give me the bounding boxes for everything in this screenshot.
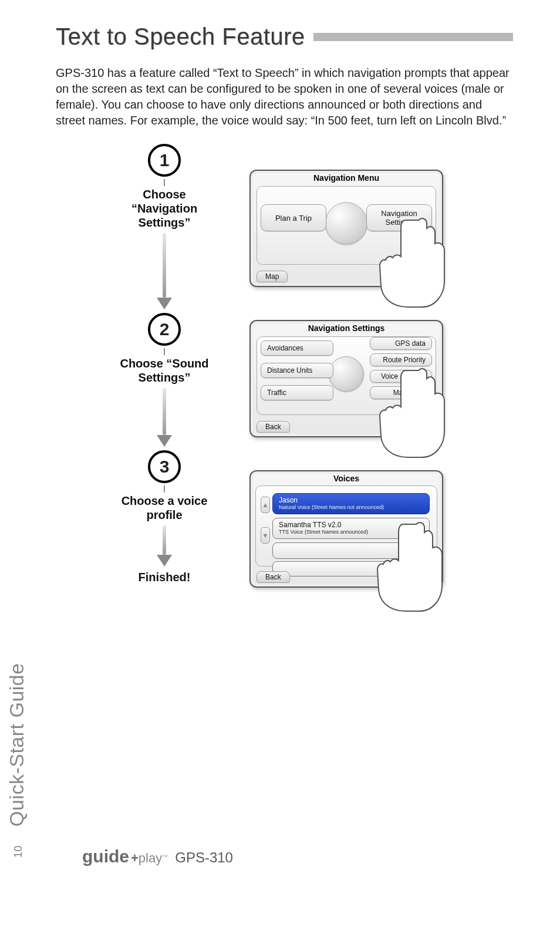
plan-a-trip-button[interactable]: Plan a Trip	[261, 204, 326, 231]
map-icons-button[interactable]: Map Icons	[370, 386, 432, 399]
brand-guide: guide	[82, 847, 129, 866]
intro-paragraph: GPS-310 has a feature called “Text to Sp…	[56, 65, 513, 129]
voice-name: Samantha TTS v2.0	[279, 521, 423, 529]
voice-empty-row[interactable]	[272, 542, 430, 559]
voice-subtitle: TTS Voice (Street Names announced)	[279, 530, 423, 535]
arrow-down-icon	[157, 388, 172, 447]
finished-label: Finished!	[139, 570, 191, 584]
step-2-label: Choose “Sound Settings”	[109, 356, 220, 385]
arrow-down-icon	[157, 233, 172, 309]
step-tick	[164, 179, 165, 186]
step-3-label: Choose a voice profile	[109, 494, 220, 522]
page-number: 10	[12, 845, 25, 858]
screen1-header: Navigation Menu	[251, 171, 442, 184]
device-screen-3: Voices ▲ ▼ Jason Natural Voice (Street N…	[249, 470, 443, 588]
avoidances-button[interactable]: Avoidances	[261, 340, 333, 356]
route-priority-button[interactable]: Route Priority	[370, 353, 432, 366]
device-screen-1: Navigation Menu Plan a Trip Navigation S…	[249, 170, 443, 287]
voice-subtitle: Natural Voice (Street Names not announce…	[279, 505, 423, 511]
screen2-header: Navigation Settings	[251, 321, 442, 334]
map-button[interactable]: Map	[257, 271, 288, 282]
source-button[interactable]: Source	[396, 421, 436, 433]
step-3-circle: 3	[148, 450, 181, 483]
scroll-up-icon[interactable]: ▲	[261, 497, 270, 513]
back-button[interactable]: Back	[257, 421, 290, 433]
brand-model: GPS-310	[175, 849, 233, 866]
footer-brand: guide+play™ GPS-310	[82, 847, 233, 866]
traffic-button[interactable]: Traffic	[261, 385, 333, 400]
page-title: Text to Speech Feature	[56, 23, 305, 50]
voice-name: Jason	[279, 497, 423, 504]
voice-settings-button[interactable]: Voice Settings	[370, 370, 432, 383]
step-2-circle: 2	[148, 313, 181, 346]
step-tick	[164, 348, 165, 355]
back-button[interactable]: Back	[257, 571, 290, 583]
distance-units-button[interactable]: Distance Units	[261, 363, 333, 378]
navigation-settings-button[interactable]: Navigation Settings	[366, 204, 432, 231]
voice-jason-row[interactable]: Jason Natural Voice (Street Names not an…	[272, 493, 430, 514]
source-button[interactable]: Source	[396, 271, 436, 282]
side-guide-label: Quick-Start Guide	[5, 663, 28, 827]
knob-icon	[329, 356, 364, 392]
brand-play: play	[139, 851, 162, 865]
step-1-label: Choose “Navigation Settings”	[109, 187, 220, 230]
title-rule	[313, 33, 513, 41]
step-1-circle: 1	[148, 144, 181, 177]
side-label: 10 Quick-Start Guide	[5, 663, 28, 858]
scroll-down-icon[interactable]: ▼	[261, 527, 270, 544]
source-button[interactable]: ...rce	[410, 571, 436, 583]
trademark-icon: ™	[162, 854, 168, 860]
knob-icon	[325, 202, 367, 244]
gps-data-button[interactable]: GPS data	[370, 337, 432, 350]
device-screen-2: Navigation Settings Avoidances Distance …	[249, 320, 443, 437]
screen3-header: Voices	[251, 471, 442, 484]
voice-samantha-row[interactable]: Samantha TTS v2.0 TTS Voice (Street Name…	[272, 518, 430, 539]
plus-icon: +	[131, 851, 139, 865]
arrow-down-icon	[157, 525, 172, 567]
step-tick	[164, 485, 165, 493]
